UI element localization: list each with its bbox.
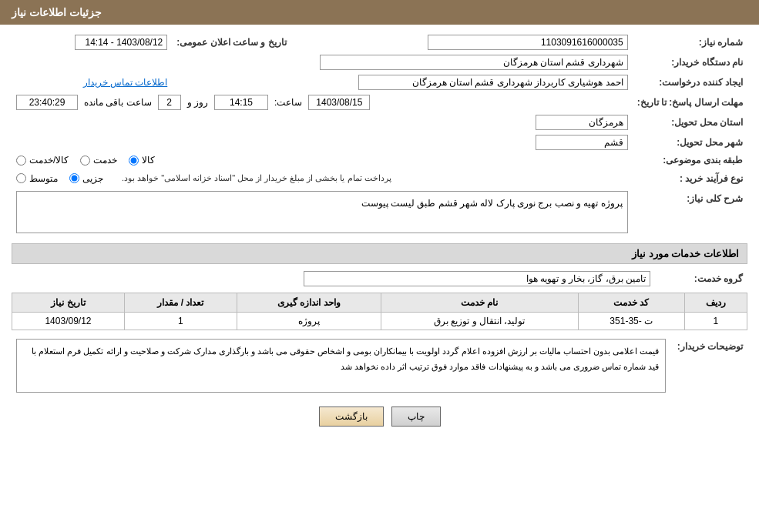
services-data-table: ردیف کد خدمت نام خدمت واحد اندازه گیری ت… [12,293,747,330]
response-date: 1403/08/15 [308,95,370,110]
city-label: شهر محل تحویل: [633,132,747,152]
category-radio-khadamat[interactable] [80,156,90,166]
row-need-number: شماره نیاز: 1103091616000035 تاریخ و ساع… [12,32,747,52]
response-time: 14:15 [214,95,268,110]
row-service-group: گروه خدمت: تامین برق، گاز، بخار و تهویه … [12,269,747,289]
datetime-value: 1403/08/12 - 14:14 [75,35,167,50]
buyer-notes-table: توضیحات خریدار: قیمت اعلامی بدون احتساب … [12,336,747,395]
remaining-days-label: روز و [187,97,208,108]
row-province: استان محل تحویل: هرمزگان [12,112,747,132]
category-khadamat-label: خدمت [93,155,117,166]
col-header-service: نام خدمت [381,293,578,313]
process-option-jozi: جزیی [69,173,103,184]
category-option-khadamat: خدمت [80,155,117,166]
row-buyer-org: نام دستگاه خریدار: شهرداری قشم استان هرم… [12,52,747,72]
process-label: نوع فرآیند خرید : [633,168,747,189]
province-label: استان محل تحویل: [633,112,747,132]
services-section-title: اطلاعات خدمات مورد نیاز [12,243,747,264]
need-number-value: 1103091616000035 [428,35,628,50]
buyer-org-value: شهرداری قشم استان هرمزگان [320,55,628,70]
table-cell: 1 [684,313,747,330]
process-radio-motavaset[interactable] [16,173,26,183]
row-description: شرح کلی نیاز: پروژه تهیه و نصب برج نوری … [12,189,747,236]
process-jozi-label: جزیی [82,173,103,184]
col-header-code: کد خدمت [578,293,684,313]
table-cell: ت -35-351 [578,313,684,330]
service-group-table: گروه خدمت: تامین برق، گاز، بخار و تهویه … [12,269,747,289]
process-radio-group: متوسط جزیی [16,173,103,184]
process-motavaset-label: متوسط [29,173,58,184]
form-table: شماره نیاز: 1103091616000035 تاریخ و ساع… [12,32,747,236]
page-title: جزئیات اطلاعات نیاز [12,6,102,18]
category-radio-kala[interactable] [129,156,139,166]
button-row: چاپ بازگشت [12,407,747,427]
buyer-notes-label: توضیحات خریدار: [670,336,747,395]
main-content: شماره نیاز: 1103091616000035 تاریخ و ساع… [0,25,759,446]
datetime-label: تاریخ و ساعت اعلان عمومی: [172,32,301,52]
remaining-suffix: ساعت باقی مانده [84,97,152,108]
need-number-label: شماره نیاز: [633,32,747,52]
process-note: پرداخت تمام یا بخشی از مبلغ خریدار از مح… [119,170,395,186]
table-cell: پروژه [237,313,381,330]
process-option-motavaset: متوسط [16,173,58,184]
creator-label: ایجاد کننده درخواست: [633,72,747,92]
service-group-label: گروه خدمت: [655,269,747,289]
row-process: نوع فرآیند خرید : متوسط جزیی [12,168,747,189]
buyer-org-label: نام دستگاه خریدار: [633,52,747,72]
remaining-time: 23:40:29 [16,95,78,110]
table-cell: تولید، انتقال و توزیع برق [381,313,578,330]
category-kala-label: کالا [142,155,155,166]
category-option-kala-khadamat: کالا/خدمت [16,155,69,166]
services-table-header-row: ردیف کد خدمت نام خدمت واحد اندازه گیری ت… [12,293,747,313]
row-category: طبقه بندی موضوعی: کالا/خدمت خدمت [12,152,747,168]
row-buyer-notes: توضیحات خریدار: قیمت اعلامی بدون احتساب … [12,336,747,395]
service-group-value: تامین برق، گاز، بخار و تهویه هوا [304,271,650,286]
table-cell: 1 [124,313,237,330]
creator-value: احمد هوشیاری کاربرداز شهرداری قشم استان … [358,75,628,90]
category-option-kala: کالا [129,155,155,166]
back-button[interactable]: بازگشت [319,407,384,427]
description-label: شرح کلی نیاز: [633,189,747,236]
buyer-notes-value: قیمت اعلامی بدون احتساب مالیات بر ارزش ا… [16,339,666,393]
page-header: جزئیات اطلاعات نیاز [0,0,759,25]
category-radio-kala-khadamat[interactable] [16,156,26,166]
category-radio-group: کالا/خدمت خدمت کالا [16,155,628,166]
col-header-unit: واحد اندازه گیری [237,293,381,313]
print-button[interactable]: چاپ [391,407,441,427]
col-header-row: ردیف [684,293,747,313]
city-value: قشم [536,135,628,150]
row-deadline: مهلت ارسال پاسخ: تا تاریخ: 23:40:29 ساعت… [12,92,747,112]
category-kala-khadamat-label: کالا/خدمت [29,155,69,166]
col-header-date: تاریخ نیاز [12,293,125,313]
remaining-days: 2 [158,95,181,110]
table-row: 1ت -35-351تولید، انتقال و توزیع برقپروژه… [12,313,747,330]
page-container: جزئیات اطلاعات نیاز شماره نیاز: 11030916… [0,0,759,532]
process-radio-jozi[interactable] [69,173,79,183]
response-deadline-label: مهلت ارسال پاسخ: تا تاریخ: [633,92,747,112]
response-time-label: ساعت: [274,97,302,108]
table-cell: 1403/09/12 [12,313,125,330]
row-creator: ایجاد کننده درخواست: احمد هوشیاری کاربرد… [12,72,747,92]
col-header-qty: تعداد / مقدار [124,293,237,313]
description-value: پروژه تهیه و نصب برج نوری پارک لاله شهر … [16,191,628,233]
category-label: طبقه بندی موضوعی: [633,152,747,168]
contact-link[interactable]: اطلاعات تماس خریدار [83,77,168,88]
province-value: هرمزگان [536,115,628,130]
row-city: شهر محل تحویل: قشم [12,132,747,152]
